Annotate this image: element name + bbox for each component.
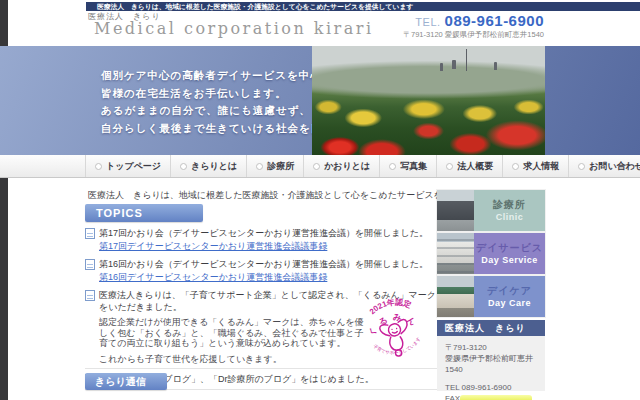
nav-item-top[interactable]: トップページ bbox=[85, 155, 171, 177]
card-subtitle: Day Care bbox=[488, 297, 531, 309]
nav-label: お問い合わせ bbox=[589, 160, 640, 173]
tagline-text: 医療法人 きらりは、地域に根差した医療施設・介護施設として心をこめたサービスを提… bbox=[86, 2, 640, 11]
kurumin-mark: 2021年認定 くるみん 子育てサポートしています bbox=[355, 285, 433, 369]
topics-heading: TOPICS bbox=[85, 204, 203, 222]
info-zip: 〒791-3120 bbox=[445, 342, 545, 353]
news-body: 認定企業だけが使用できる「くるみん」マークは、赤ちゃんを優しく包む「おくるみ」と… bbox=[99, 317, 369, 349]
sidebar-card-day-care[interactable]: デイケア Day Care bbox=[437, 276, 545, 317]
svg-text:2021年認定: 2021年認定 bbox=[366, 294, 414, 317]
news-body: これからも子育て世代を応援していきます。 bbox=[99, 354, 369, 365]
news-item: 第17回かおり会（デイサービスセンターかおり運営推進会議）を開催しました。 第1… bbox=[85, 227, 437, 252]
nav-item-contact[interactable]: お問い合わせ bbox=[569, 155, 640, 177]
day-care-photo bbox=[437, 276, 474, 317]
rose-garden-photo bbox=[312, 46, 545, 155]
lamp-post bbox=[466, 49, 467, 71]
document-icon bbox=[85, 259, 95, 270]
hero-banner: 個別ケア中心の高齢者デイサービスを中心に、 皆様の在宅生活をお手伝いします。 あ… bbox=[0, 46, 640, 155]
nav-item-about-kirari[interactable]: きらりとは bbox=[171, 155, 247, 177]
card-subtitle: Clinic bbox=[496, 211, 524, 223]
document-icon bbox=[85, 228, 95, 239]
nav-item-clinic[interactable]: 診療所 bbox=[247, 155, 304, 177]
minutes-link[interactable]: 第17回デイサービスセンターかおり運営推進会議議事録 bbox=[99, 240, 327, 252]
site-logo[interactable]: Medical corporation kirari bbox=[94, 19, 374, 38]
person-silhouette bbox=[452, 60, 456, 69]
clinic-photo bbox=[437, 190, 474, 231]
info-box-body: 〒791-3120 愛媛県伊予郡松前町恵井1540 TEL 089-961-69… bbox=[437, 336, 545, 391]
nav-label: かおりとは bbox=[324, 160, 370, 173]
header-contact: TEL.089-961-6900 〒791-3120 愛媛県伊予郡松前町恵井15… bbox=[404, 12, 544, 40]
nav-item-photos[interactable]: 写真集 bbox=[380, 155, 437, 177]
day-service-panel: デイサービス Day Service bbox=[474, 233, 545, 274]
nav-bullet-icon bbox=[446, 163, 453, 170]
sidebar-card-clinic[interactable]: 診療所 Clinic bbox=[437, 190, 545, 231]
info-address: 愛媛県伊予郡松前町恵井1540 bbox=[445, 353, 545, 375]
nav-list: トップページ きらりとは 診療所 かおりとは 写真集 法人概要 求人情報 お問い… bbox=[85, 155, 640, 177]
nav-label: 診療所 bbox=[267, 160, 294, 173]
nav-bullet-icon bbox=[389, 163, 396, 170]
nav-label: 法人概要 bbox=[457, 160, 493, 173]
info-box-header: 医療法人 きらり bbox=[437, 320, 545, 336]
day-care-panel: デイケア Day Care bbox=[474, 276, 545, 317]
sidebar-card-day-service[interactable]: デイサービス Day Service bbox=[437, 233, 545, 274]
nav-item-about-kaori[interactable]: かおりとは bbox=[304, 155, 380, 177]
nav-bullet-icon bbox=[313, 163, 320, 170]
nav-label: 求人情報 bbox=[523, 160, 559, 173]
card-title: 診療所 bbox=[493, 199, 526, 211]
nav-bullet-icon bbox=[578, 163, 585, 170]
tel-label: TEL. bbox=[415, 16, 440, 28]
kirari-homepage: 医療法人 きらりは、地域に根差した医療施設・介護施設として心をこめたサービスを提… bbox=[0, 0, 640, 400]
kurumin-top-text: 2021年認定 bbox=[366, 294, 414, 317]
day-service-photo bbox=[437, 233, 474, 274]
kirari-tsushin-heading: きらり通信 bbox=[85, 373, 167, 390]
nav-bullet-icon bbox=[95, 163, 102, 170]
nav-bullet-icon bbox=[180, 163, 187, 170]
tel-value: 089-961-6900 bbox=[445, 12, 544, 29]
tagline-bar: 医療法人 きらりは、地域に根差した医療施設・介護施設として心をこめたサービスを提… bbox=[86, 2, 640, 11]
header-address: 〒791-3120 愛媛県伊予郡松前町恵井1540 bbox=[404, 30, 544, 40]
nav-label: トップページ bbox=[106, 160, 161, 173]
person-silhouette bbox=[494, 62, 497, 70]
nav-label: きらりとは bbox=[191, 160, 237, 173]
info-tel: TEL 089-961-6900 bbox=[445, 382, 545, 393]
news-text: 第16回かおり会（デイサービスセンターかおり運営推進会議）を開催しました。 bbox=[99, 258, 437, 270]
main-nav: トップページ きらりとは 診療所 かおりとは 写真集 法人概要 求人情報 お問い… bbox=[0, 155, 640, 178]
minutes-link[interactable]: 第16回デイサービスセンターかおり運営推進会議議事録 bbox=[99, 271, 327, 283]
person-silhouette bbox=[440, 63, 443, 71]
yellow-banner-cutoff[interactable] bbox=[460, 395, 532, 400]
nav-bullet-icon bbox=[512, 163, 519, 170]
news-item: 第16回かおり会（デイサービスセンターかおり運営推進会議）を開催しました。 第1… bbox=[85, 258, 437, 283]
tel-number: TEL.089-961-6900 bbox=[404, 12, 544, 29]
card-subtitle: Day Service bbox=[481, 254, 538, 266]
document-icon bbox=[85, 290, 95, 301]
nav-label: 写真集 bbox=[400, 160, 427, 173]
news-text: 第17回かおり会（デイサービスセンターかおり運営推進会議）を開催しました。 bbox=[99, 227, 437, 239]
card-title: デイケア bbox=[487, 285, 532, 297]
nav-item-recruit[interactable]: 求人情報 bbox=[503, 155, 569, 177]
nav-bullet-icon bbox=[256, 163, 263, 170]
card-title: デイサービス bbox=[476, 242, 543, 254]
clinic-panel: 診療所 Clinic bbox=[474, 190, 545, 231]
nav-item-corporate[interactable]: 法人概要 bbox=[437, 155, 503, 177]
